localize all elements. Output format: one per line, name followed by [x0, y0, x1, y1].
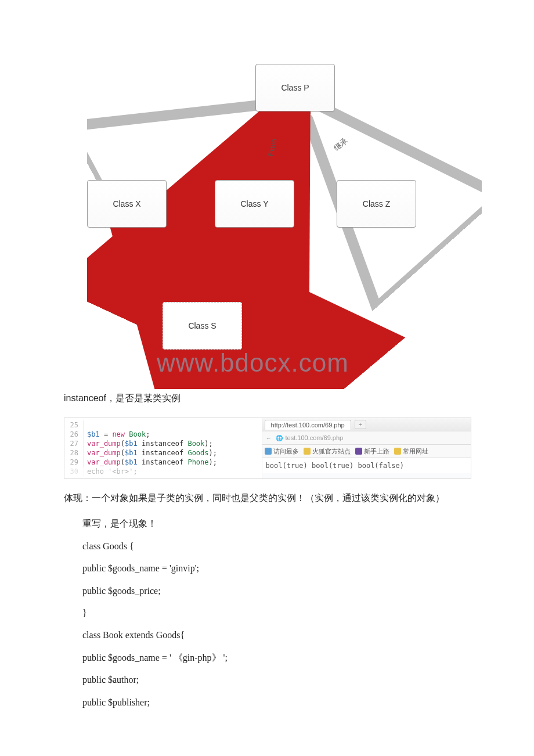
line-number: 29 — [64, 458, 84, 467]
line-number: 27 — [64, 439, 84, 448]
code-browser-screenshot: 2526$b1 = new Book;27var_dump($b1 instan… — [64, 417, 471, 479]
bookmark-item[interactable]: 新手上路 — [355, 447, 389, 456]
back-icon[interactable]: ← — [265, 434, 273, 442]
bookmark-label: 常用网址 — [403, 447, 428, 456]
bookmark-label: 访问最多 — [273, 447, 299, 456]
node-class-s: Class S — [163, 302, 242, 350]
instanceof-caption: instanceof，是否是某类实例 — [64, 393, 470, 405]
paragraph-rewrite: 重写，是个现象！ — [64, 515, 470, 532]
inheritance-diagram: Exten 继承 Class P Class X Class Y Class Z… — [87, 64, 482, 389]
bookmark-icon — [355, 448, 362, 455]
code-editor-line: 30echo '<br>'; — [64, 467, 262, 476]
node-class-y: Class Y — [215, 180, 294, 228]
line-number: 26 — [64, 430, 84, 439]
code-editor-line: 29var_dump($b1 instanceof Phone); — [64, 458, 262, 467]
browser-address-bar[interactable]: ← 🌐 test.100.com/69.php — [262, 431, 471, 445]
browser-pane: http://test.100.com/69.php + ← 🌐 test.10… — [262, 418, 471, 478]
code-editor-line: 28var_dump($b1 instanceof Goods); — [64, 448, 262, 458]
code-line: class Book extends Goods{ — [82, 627, 470, 644]
node-label: Class S — [188, 321, 216, 330]
node-label: Class P — [281, 83, 309, 92]
code-editor-pane: 2526$b1 = new Book;27var_dump($b1 instan… — [64, 418, 262, 478]
bookmark-label: 火狐官方站点 — [312, 447, 351, 456]
code-line: class Goods { — [82, 538, 470, 555]
node-label: Class X — [113, 199, 140, 208]
node-class-p: Class P — [255, 64, 335, 111]
bookmark-icon — [394, 448, 401, 455]
code-editor-line: 27var_dump($b1 instanceof Book); — [64, 439, 262, 448]
code-line: public $publisher; — [82, 694, 470, 711]
code-line: public $goods_price; — [82, 582, 470, 600]
node-label: Class Y — [241, 199, 269, 208]
bookmark-label: 新手上路 — [364, 447, 389, 456]
node-class-x: Class X — [87, 180, 167, 228]
line-number: 25 — [64, 420, 84, 430]
node-label: Class Z — [363, 199, 390, 208]
node-class-z: Class Z — [337, 180, 416, 228]
paragraph-explanation: 体现：一个对象如果是子类的实例，同时也是父类的实例！（实例，通过该类实例化的对象… — [45, 489, 470, 507]
bookmark-item[interactable]: 常用网址 — [394, 447, 428, 456]
code-editor-line: 25 — [64, 420, 262, 430]
browser-tabbar: http://test.100.com/69.php + — [262, 418, 471, 431]
svg-line-5 — [313, 111, 377, 183]
browser-tab[interactable]: http://test.100.com/69.php — [265, 420, 351, 430]
bookmark-icon — [265, 448, 272, 455]
bookmark-icon — [304, 448, 311, 455]
code-line: } — [82, 604, 470, 622]
svg-line-7 — [134, 232, 194, 305]
browser-output: bool(true) bool(true) bool(false) — [262, 458, 471, 473]
bookmark-bar: 访问最多火狐官方站点新手上路常用网址 — [262, 445, 471, 458]
code-line: public $goods_name = 'ginvip'; — [82, 560, 470, 577]
bookmark-item[interactable]: 访问最多 — [265, 447, 299, 456]
code-editor-line: 26$b1 = new Book; — [64, 430, 262, 439]
code-line: public $goods_name = ' 《gin-php》 '; — [82, 649, 470, 667]
globe-icon: 🌐 — [275, 434, 283, 442]
line-number: 30 — [64, 467, 84, 476]
code-line: public $author; — [82, 671, 470, 689]
address-text: test.100.com/69.php — [286, 434, 344, 441]
svg-line-3 — [139, 111, 273, 183]
new-tab-button[interactable]: + — [355, 420, 366, 429]
bookmark-item[interactable]: 火狐官方站点 — [304, 447, 351, 456]
line-number: 28 — [64, 448, 84, 458]
